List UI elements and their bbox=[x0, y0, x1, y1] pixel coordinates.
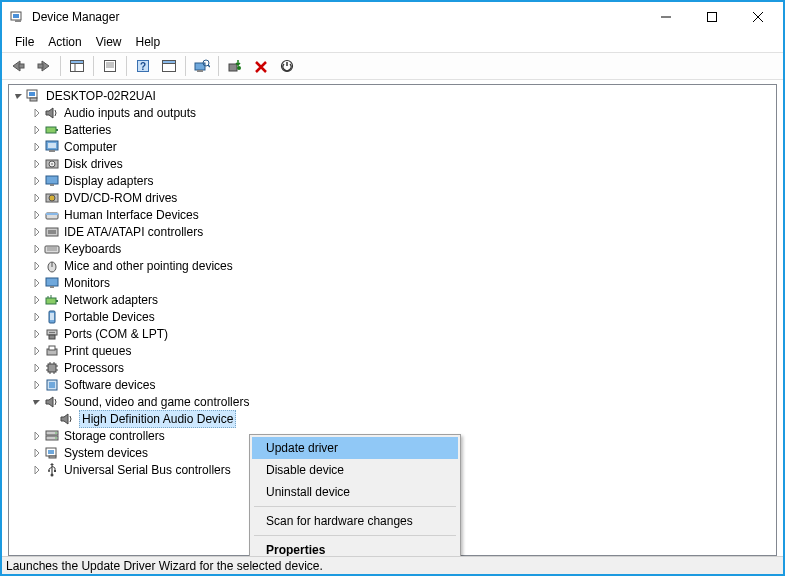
uninstall-button[interactable] bbox=[249, 54, 273, 78]
hid-icon bbox=[44, 207, 60, 223]
tree-root[interactable]: DESKTOP-02R2UAI bbox=[9, 87, 776, 104]
menu-help[interactable]: Help bbox=[129, 33, 168, 51]
separator bbox=[218, 56, 219, 76]
svg-rect-8 bbox=[38, 64, 43, 68]
tree-category-softdev[interactable]: Software devices bbox=[9, 376, 776, 393]
tree-category-mice[interactable]: Mice and other pointing devices bbox=[9, 257, 776, 274]
chevron-down-icon[interactable] bbox=[31, 396, 43, 408]
chevron-right-icon[interactable] bbox=[31, 141, 43, 153]
audio-icon bbox=[44, 105, 60, 121]
monitors-icon bbox=[44, 275, 60, 291]
chevron-right-icon[interactable] bbox=[31, 243, 43, 255]
svg-rect-34 bbox=[49, 150, 55, 152]
tree-device-hda[interactable]: High Definition Audio Device bbox=[9, 410, 776, 427]
mice-icon bbox=[44, 258, 60, 274]
properties-button[interactable] bbox=[98, 54, 122, 78]
svg-point-60 bbox=[49, 331, 51, 333]
svg-rect-43 bbox=[46, 213, 58, 215]
chevron-right-icon[interactable] bbox=[31, 277, 43, 289]
forward-button[interactable] bbox=[32, 54, 56, 78]
svg-rect-31 bbox=[56, 129, 58, 131]
svg-rect-76 bbox=[49, 382, 55, 388]
ctx-disable-device[interactable]: Disable device bbox=[252, 459, 458, 481]
chevron-right-icon[interactable] bbox=[31, 107, 43, 119]
chevron-right-icon[interactable] bbox=[31, 209, 43, 221]
tree-category-ide[interactable]: IDE ATA/ATAPI controllers bbox=[9, 223, 776, 240]
svg-text:?: ? bbox=[140, 61, 146, 72]
tree-category-label: Processors bbox=[64, 360, 124, 376]
softdev-icon bbox=[44, 377, 60, 393]
tree-category-disk[interactable]: Disk drives bbox=[9, 155, 776, 172]
tree-category-ports[interactable]: Ports (COM & LPT) bbox=[9, 325, 776, 342]
menu-file[interactable]: File bbox=[8, 33, 41, 51]
chevron-right-icon[interactable] bbox=[31, 311, 43, 323]
tree-category-label: Print queues bbox=[64, 343, 131, 359]
svg-rect-10 bbox=[71, 61, 84, 64]
ctx-scan-hardware[interactable]: Scan for hardware changes bbox=[252, 510, 458, 532]
chevron-right-icon[interactable] bbox=[31, 124, 43, 136]
chevron-right-icon[interactable] bbox=[31, 192, 43, 204]
svg-rect-52 bbox=[50, 286, 54, 288]
disk-icon bbox=[44, 156, 60, 172]
close-button[interactable] bbox=[735, 2, 781, 32]
chevron-right-icon[interactable] bbox=[31, 430, 43, 442]
disable-button[interactable] bbox=[275, 54, 299, 78]
svg-rect-63 bbox=[49, 335, 55, 339]
show-hide-tree-button[interactable] bbox=[65, 54, 89, 78]
tree-category-dvd[interactable]: DVD/CD-ROM drives bbox=[9, 189, 776, 206]
tree-category-label: System devices bbox=[64, 445, 148, 461]
ide-icon bbox=[44, 224, 60, 240]
svg-point-25 bbox=[237, 66, 241, 70]
ctx-update-driver[interactable]: Update driver bbox=[252, 437, 458, 459]
dvd-icon bbox=[44, 190, 60, 206]
chevron-right-icon[interactable] bbox=[31, 158, 43, 170]
storage-icon bbox=[44, 428, 60, 444]
speaker-icon bbox=[59, 411, 75, 427]
tree-category-audio[interactable]: Audio inputs and outputs bbox=[9, 104, 776, 121]
svg-rect-82 bbox=[48, 450, 54, 454]
back-button[interactable] bbox=[6, 54, 30, 78]
update-driver-button[interactable] bbox=[223, 54, 247, 78]
tree-category-label: Sound, video and game controllers bbox=[64, 394, 249, 410]
tree-category-display[interactable]: Display adapters bbox=[9, 172, 776, 189]
ctx-uninstall-device[interactable]: Uninstall device bbox=[252, 481, 458, 503]
chevron-right-icon[interactable] bbox=[31, 362, 43, 374]
chevron-right-icon[interactable] bbox=[31, 464, 43, 476]
tree-category-processors[interactable]: Processors bbox=[9, 359, 776, 376]
chevron-right-icon[interactable] bbox=[31, 175, 43, 187]
chevron-right-icon[interactable] bbox=[31, 379, 43, 391]
chevron-right-icon[interactable] bbox=[31, 345, 43, 357]
svg-rect-38 bbox=[46, 176, 58, 184]
chevron-right-icon[interactable] bbox=[31, 294, 43, 306]
tree-category-batteries[interactable]: Batteries bbox=[9, 121, 776, 138]
help-button[interactable]: ? bbox=[131, 54, 155, 78]
action-button[interactable] bbox=[157, 54, 181, 78]
chevron-right-icon[interactable] bbox=[31, 447, 43, 459]
svg-line-23 bbox=[208, 65, 210, 67]
menu-action[interactable]: Action bbox=[41, 33, 88, 51]
display-icon bbox=[44, 173, 60, 189]
tree-category-keyboards[interactable]: Keyboards bbox=[9, 240, 776, 257]
chevron-right-icon[interactable] bbox=[31, 226, 43, 238]
scan-hardware-button[interactable] bbox=[190, 54, 214, 78]
tree-category-computer[interactable]: Computer bbox=[9, 138, 776, 155]
menu-bar: File Action View Help bbox=[2, 32, 783, 52]
minimize-button[interactable] bbox=[643, 2, 689, 32]
svg-rect-58 bbox=[50, 313, 54, 320]
tree-category-hid[interactable]: Human Interface Devices bbox=[9, 206, 776, 223]
tree-category-label: Portable Devices bbox=[64, 309, 155, 325]
maximize-button[interactable] bbox=[689, 2, 735, 32]
svg-point-61 bbox=[51, 331, 53, 333]
tree-category-portable[interactable]: Portable Devices bbox=[9, 308, 776, 325]
chevron-down-icon[interactable] bbox=[13, 90, 25, 102]
tree-category-network[interactable]: Network adapters bbox=[9, 291, 776, 308]
svg-point-80 bbox=[55, 437, 57, 439]
chevron-right-icon[interactable] bbox=[31, 260, 43, 272]
chevron-right-icon[interactable] bbox=[31, 328, 43, 340]
tree-category-sound[interactable]: Sound, video and game controllers bbox=[9, 393, 776, 410]
tree-category-monitors[interactable]: Monitors bbox=[9, 274, 776, 291]
tree-root-label: DESKTOP-02R2UAI bbox=[46, 88, 156, 104]
tree-category-printq[interactable]: Print queues bbox=[9, 342, 776, 359]
menu-view[interactable]: View bbox=[89, 33, 129, 51]
computer-icon bbox=[26, 88, 42, 104]
